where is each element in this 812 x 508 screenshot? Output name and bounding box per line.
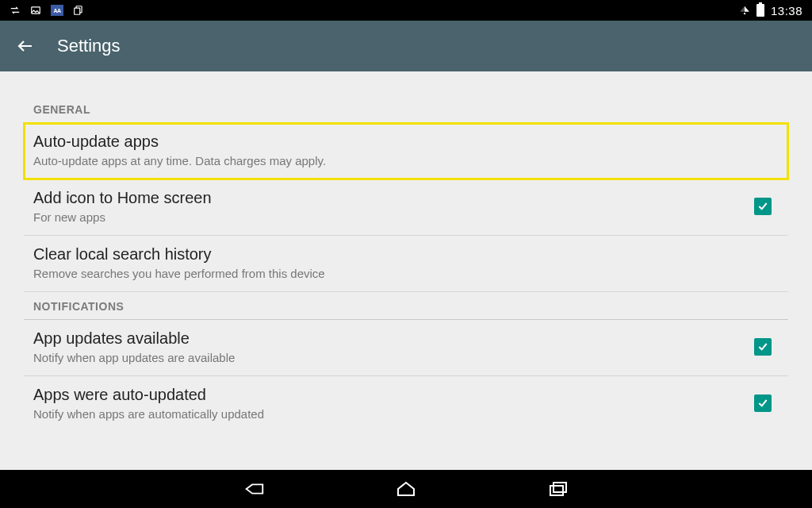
svg-point-3 [744,13,745,14]
row-auto-update-apps[interactable]: Auto-update apps Auto-update apps at any… [24,123,788,179]
sync-icon [10,5,21,16]
nav-back-button[interactable] [241,476,266,502]
status-bar: AA 13:38 [0,0,812,21]
row-title: App updates available [33,329,747,348]
section-header-notifications: NOTIFICATIONS [24,292,788,320]
nav-recent-button[interactable] [546,476,571,502]
battery-icon [756,4,764,17]
row-title: Apps were auto-updated [33,386,747,404]
checkbox-updates-available[interactable] [754,338,772,356]
row-clear-search-history[interactable]: Clear local search history Remove search… [24,236,788,292]
row-app-updates-available[interactable]: App updates available Notify when app up… [24,320,788,376]
row-subtitle: For new apps [33,210,747,224]
row-subtitle: Notify when apps are automatically updat… [33,407,747,421]
clock: 13:38 [771,4,802,17]
checkbox-add-icon[interactable] [754,198,772,215]
image-icon [30,5,41,16]
row-title: Add icon to Home screen [33,189,747,207]
row-title: Clear local search history [33,245,779,264]
row-add-icon-home[interactable]: Add icon to Home screen For new apps [24,179,788,236]
svg-rect-5 [553,483,566,492]
row-title: Auto-update apps [33,133,779,151]
row-apps-auto-updated[interactable]: Apps were auto-updated Notify when apps … [24,376,788,432]
svg-rect-4 [550,486,563,495]
settings-list: GENERAL Auto-update apps Auto-update app… [0,71,812,470]
copy-icon [73,5,84,16]
navigation-bar [0,470,812,508]
svg-rect-2 [75,8,80,14]
app-badge-icon: AA [51,5,63,16]
checkbox-auto-updated[interactable] [754,394,772,412]
section-header-general: GENERAL [24,95,788,123]
row-subtitle: Remove searches you have performed from … [33,267,779,280]
row-subtitle: Auto-update apps at any time. Data charg… [33,154,779,167]
app-bar: Settings [0,21,812,71]
back-button[interactable] [16,37,35,56]
page-title: Settings [57,36,121,56]
nav-home-button[interactable] [393,476,419,502]
wifi-icon [739,5,750,16]
row-subtitle: Notify when app updates are available [33,351,747,364]
